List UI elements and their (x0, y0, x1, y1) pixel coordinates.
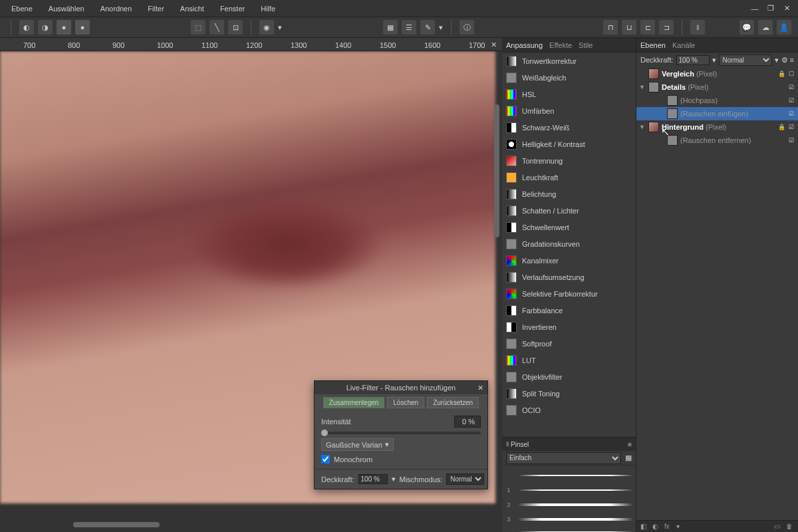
maximize-button[interactable]: ❐ (766, 4, 775, 13)
dialog-close-button[interactable]: ✕ (477, 384, 483, 392)
adjustment-item[interactable]: Objektivfilter (502, 368, 636, 385)
opacity-input[interactable] (676, 55, 710, 65)
menu-hilfe[interactable]: Hilfe (253, 2, 283, 15)
adjustment-item[interactable]: Helligkeit / Kontrast (502, 136, 636, 152)
layer-row[interactable]: (Rauschen einfügen)☑ (636, 107, 798, 120)
scrollbar-horizontal[interactable] (73, 522, 160, 527)
toolbar-pen-icon[interactable]: ✎ (420, 20, 435, 35)
menu-ebene[interactable]: Ebene (3, 2, 41, 15)
layer-delete-icon[interactable]: 🗑 (786, 523, 794, 531)
toolbar-contrast-icon[interactable]: ◑ (38, 20, 53, 35)
tab-kanaele[interactable]: Kanäle (672, 41, 695, 49)
merge-button[interactable]: Zusammenlegen (323, 397, 384, 408)
toolbar-align2-icon[interactable]: ⊔ (622, 20, 636, 35)
lock-icon[interactable]: 🔒 (778, 70, 785, 77)
layer-visibility-checkbox[interactable]: ☑ (787, 110, 795, 118)
toolbar-grid-icon[interactable]: ▦ (383, 20, 398, 35)
adjustment-item[interactable]: Weißabgleich (502, 69, 636, 86)
menu-auswählen[interactable]: Auswählen (41, 2, 92, 15)
adjustment-item[interactable]: Softproof (502, 335, 636, 352)
reset-button[interactable]: Zurücksetzen (427, 397, 479, 408)
intensity-value[interactable]: 0 % (454, 416, 481, 428)
adjustment-item[interactable]: Leuchtkraft (502, 169, 636, 186)
toolbar-align1-icon[interactable]: ⊓ (603, 20, 618, 35)
minimize-button[interactable]: ― (750, 4, 759, 13)
brush-row[interactable]: 3 (505, 512, 633, 527)
intensity-slider[interactable] (321, 432, 481, 434)
adjustment-item[interactable]: LUT (502, 352, 636, 368)
layer-fx-icon[interactable]: fx (664, 523, 672, 531)
tab-anpassung[interactable]: Anpassung (506, 41, 543, 49)
toolbar-mask-icon[interactable]: ◉ (259, 20, 274, 35)
adjustment-item[interactable]: Split Toning (502, 385, 636, 402)
adjustment-item[interactable]: Gradationskurven (502, 235, 636, 252)
menu-anordnen[interactable]: Anordnen (92, 2, 140, 15)
dialog-blend-select[interactable]: Normal (446, 473, 484, 485)
toolbar-blend-icon[interactable]: ◐ (19, 20, 34, 35)
layer-row[interactable]: (Rauschen entfernen)☑ (636, 134, 798, 147)
adjustment-item[interactable]: Invertieren (502, 319, 636, 335)
adjustment-item[interactable]: Tontrennung (502, 152, 636, 169)
tab-effekte[interactable]: Effekte (549, 41, 572, 49)
toolbar-crop-icon[interactable]: ⊡ (228, 20, 243, 35)
scrollbar-vertical[interactable] (494, 104, 499, 237)
adjustment-item[interactable]: Tonwertkorrektur (502, 53, 636, 69)
toolbar-circle-icon[interactable]: ● (57, 20, 71, 35)
layer-row[interactable]: Vergleich (Pixel)🔒☐ (636, 67, 798, 80)
layer-visibility-checkbox[interactable]: ☑ (787, 96, 795, 104)
brush-row[interactable]: 1 (505, 483, 633, 497)
toolbar-align3-icon[interactable]: ⊏ (640, 20, 655, 35)
toolbar-arrange-icon[interactable]: ⫴ (690, 20, 705, 35)
layer-visibility-checkbox[interactable]: ☐ (787, 70, 795, 78)
layer-visibility-checkbox[interactable]: ☑ (787, 83, 795, 91)
adjustment-item[interactable]: Farbbalance (502, 302, 636, 319)
layer-mask-icon[interactable]: ◧ (640, 523, 648, 531)
layer-adjust-icon[interactable]: ◐ (652, 523, 660, 531)
blend-mode-select[interactable]: Normal (719, 55, 772, 66)
toolbar-user-icon[interactable]: 👤 (777, 20, 791, 35)
adjustment-item[interactable]: Umfärben (502, 102, 636, 119)
variant-dropdown[interactable]: Gaußsche Varian▾ (321, 438, 394, 451)
toolbar-dot-icon[interactable]: ● (75, 20, 90, 35)
layer-add-icon[interactable]: ▭ (774, 523, 782, 531)
monochrome-checkbox[interactable] (321, 455, 330, 464)
layer-row[interactable]: ▼Details (Pixel)☑ (636, 80, 798, 94)
layer-visibility-checkbox[interactable]: ☑ (787, 123, 795, 131)
brush-row[interactable]: 2 (505, 497, 633, 512)
menu-ansicht[interactable]: Ansicht (172, 2, 212, 15)
brush-mode-select[interactable]: Einfach (506, 452, 621, 464)
menu-filter[interactable]: Filter (140, 2, 172, 15)
delete-button[interactable]: Löschen (387, 397, 424, 408)
close-window-button[interactable]: ✕ (782, 4, 791, 13)
toolbar-select-icon[interactable]: ⬚ (191, 20, 205, 35)
adjustment-item[interactable]: Selektive Farbkorrektur (502, 285, 636, 302)
dialog-opacity-input[interactable] (358, 474, 388, 484)
layer-visibility-checkbox[interactable]: ☑ (787, 136, 795, 144)
chevron-down-icon[interactable]: ▾ (392, 475, 396, 483)
adjustment-item[interactable]: OCIO (502, 402, 636, 418)
toolbar-dropdown-icon[interactable]: ▾ (278, 23, 282, 32)
adjustment-item[interactable]: Kanalmixer (502, 252, 636, 269)
opacity-dropdown-icon[interactable]: ▾ (712, 56, 716, 65)
toolbar-list-icon[interactable]: ☰ (402, 20, 416, 35)
layer-row[interactable]: ▼Hintergrund (Pixel)🔒☑ (636, 120, 798, 134)
layer-down-icon[interactable]: ▾ (676, 523, 684, 531)
layer-row[interactable]: (Hochpass)☑ (636, 94, 798, 107)
adjustment-item[interactable]: Schatten / Lichter (502, 202, 636, 219)
brush-row[interactable]: 4 (505, 527, 633, 532)
tab-stile[interactable]: Stile (579, 41, 593, 49)
tab-ebenen[interactable]: Ebenen (640, 41, 666, 49)
toolbar-dropdown-icon[interactable]: ▾ (439, 23, 443, 32)
brush-row[interactable] (505, 468, 633, 483)
adjustment-item[interactable]: Belichtung (502, 186, 636, 202)
toolbar-align4-icon[interactable]: ⊐ (659, 20, 674, 35)
adjustment-item[interactable]: Verlaufsumsetzung (502, 269, 636, 285)
lock-icon[interactable]: 🔒 (778, 124, 785, 130)
toolbar-chat-icon[interactable]: 💬 (739, 20, 754, 35)
menu-fenster[interactable]: Fenster (212, 2, 253, 15)
layer-options-icon[interactable]: ▾ ⚙ ≡ (775, 56, 794, 65)
close-tab-button[interactable]: ✕ (491, 41, 497, 49)
adjustment-item[interactable]: Schwellenwert (502, 219, 636, 235)
adjustment-item[interactable]: HSL (502, 86, 636, 102)
brush-grid-icon[interactable]: ▦ (625, 454, 632, 462)
